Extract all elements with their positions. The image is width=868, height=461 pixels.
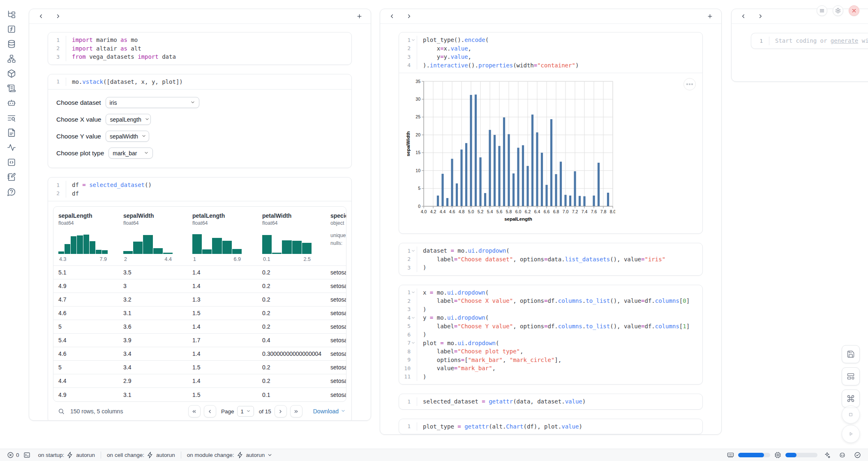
errors-button[interactable]: 0	[5, 452, 21, 459]
database-icon[interactable]	[4, 38, 19, 50]
code-placeholder[interactable]: Start coding or generate with	[769, 37, 868, 45]
column-next-button[interactable]	[755, 12, 765, 21]
fold-toggle-icon[interactable]	[411, 38, 416, 42]
table-search-button[interactable]	[56, 406, 66, 416]
column-prev-button[interactable]	[738, 12, 748, 21]
table-column-header[interactable]: petalWidthfloat640.12.5	[262, 212, 330, 262]
table-column-header[interactable]: speciesobjectunique:nulls:	[330, 212, 346, 262]
histogram-bar	[222, 241, 232, 254]
layout-button[interactable]	[842, 367, 860, 385]
activity-icon[interactable]	[4, 141, 19, 154]
code-lines[interactable]: df = selected_dataset()df	[66, 181, 152, 198]
code-editor[interactable]: 123import marimo as moimport altair as a…	[48, 32, 351, 65]
column-histogram	[192, 232, 242, 254]
package-icon[interactable]	[4, 67, 19, 80]
code-editor[interactable]: 1mo.vstack([dataset, x, y, plot])	[48, 74, 351, 90]
next-page-button[interactable]	[275, 405, 287, 417]
terminal-button[interactable]	[21, 452, 32, 459]
code-editor[interactable]: 1selected_dataset = getattr(data, datase…	[399, 394, 702, 409]
fold-toggle-icon[interactable]	[411, 316, 416, 320]
histogram-bar	[302, 243, 312, 254]
code-lines[interactable]: plot_type = getattr(alt.Chart(df), plot.…	[417, 422, 582, 431]
table-row[interactable]: 5.43.91.70.4setosa	[53, 334, 346, 347]
help-chat-icon[interactable]	[4, 186, 19, 198]
fold-toggle-icon[interactable]	[411, 341, 416, 345]
table-row[interactable]: 53.41.50.2setosa	[53, 361, 346, 374]
code-token: plot	[423, 340, 440, 346]
run-button[interactable]	[842, 425, 860, 443]
code-editor[interactable]: 1plot_type = getattr(alt.Chart(df), plot…	[399, 419, 702, 434]
document-icon[interactable]	[4, 127, 19, 139]
code-lines[interactable]: selected_dataset = getattr(data, dataset…	[417, 397, 586, 406]
table-cell: 3	[123, 283, 192, 289]
code-editor[interactable]: 12df = selected_dataset()df	[48, 177, 351, 201]
table-row[interactable]: 4.93.11.50.1setosa	[53, 388, 346, 401]
connection-status-button[interactable]	[852, 452, 863, 459]
function-square-icon[interactable]	[4, 23, 19, 35]
dropdown-select-3[interactable]: mark_bar	[108, 148, 153, 159]
code-block-icon[interactable]	[4, 156, 19, 168]
table-column-header[interactable]: sepalLengthfloat644.37.9	[58, 212, 123, 262]
altair-chart[interactable]: 4.04.24.44.64.85.05.25.45.65.86.06.26.46…	[405, 79, 702, 227]
run-setting-item[interactable]: on cell change:autorun	[101, 452, 181, 459]
code-lines[interactable]: mo.vstack([dataset, x, y, plot])	[66, 78, 183, 86]
add-cell-button[interactable]	[354, 12, 364, 21]
code-token: (	[485, 37, 489, 43]
table-row[interactable]: 53.61.40.2setosa	[53, 320, 346, 334]
command-button[interactable]	[842, 390, 860, 408]
column-prev-button[interactable]	[36, 12, 46, 21]
app-menu-button[interactable]	[817, 5, 827, 16]
copilot-button[interactable]	[837, 452, 848, 459]
workflow-icon[interactable]	[4, 53, 19, 65]
fold-toggle-icon[interactable]	[411, 249, 416, 253]
table-row[interactable]: 4.63.11.50.2setosa	[53, 307, 346, 320]
code-lines[interactable]: dataset = mo.ui.dropdown( label="Choose …	[417, 247, 665, 272]
file-tree-icon[interactable]	[4, 8, 19, 21]
column-next-button[interactable]	[404, 12, 414, 21]
table-column-header[interactable]: petalLengthfloat6416.9	[192, 212, 262, 262]
code-lines[interactable]: plot_type().encode( x=x.value, y=y.value…	[417, 36, 579, 69]
ai-assistant-button[interactable]	[822, 452, 833, 459]
table-row[interactable]: 4.63.41.40.30000000000000004setosa	[53, 347, 346, 361]
table-row[interactable]: 4.73.21.30.2setosa	[53, 293, 346, 307]
generate-with-ai-link[interactable]: generate	[831, 37, 858, 44]
column-prev-button[interactable]	[387, 12, 397, 21]
code-editor[interactable]: 1Start coding or generate with	[751, 33, 868, 48]
first-page-button[interactable]	[188, 405, 201, 417]
run-setting-item[interactable]: on module change:autorun	[181, 452, 279, 459]
scroll-icon[interactable]	[4, 82, 19, 95]
run-setting-item[interactable]: on startup:autorun	[32, 452, 101, 459]
notebook-edit-icon[interactable]	[4, 171, 19, 183]
fold-toggle-icon[interactable]	[411, 290, 416, 295]
table-column-header[interactable]: sepalWidthfloat6424.4	[123, 212, 192, 262]
settings-button[interactable]	[833, 5, 843, 16]
page-select[interactable]: 1	[237, 406, 254, 417]
add-cell-button[interactable]	[705, 12, 715, 21]
code-editor[interactable]: 123dataset = mo.ui.dropdown( label="Choo…	[399, 243, 702, 275]
save-button[interactable]	[842, 345, 860, 363]
close-button[interactable]	[849, 5, 859, 16]
column-next-button[interactable]	[53, 12, 63, 21]
code-editor[interactable]: 1234567891011x = mo.ui.dropdown( label="…	[399, 285, 702, 385]
code-editor[interactable]: 1234plot_type().encode( x=x.value, y=y.v…	[399, 32, 702, 73]
chart-actions-menu-button[interactable]	[683, 78, 696, 90]
prev-page-button[interactable]	[204, 405, 216, 417]
dropdown-select-0[interactable]: iris	[106, 97, 199, 108]
dropdown-select-2[interactable]: sepalWidth	[106, 131, 149, 142]
list-search-icon[interactable]	[4, 112, 19, 124]
histogram-range: 24.4	[123, 256, 173, 262]
code-token: ,	[468, 53, 471, 60]
download-button[interactable]: Download	[313, 408, 346, 415]
stop-button[interactable]	[842, 406, 860, 424]
column-name: petalWidth	[262, 212, 330, 219]
svg-text:sepalWidth: sepalWidth	[406, 131, 411, 156]
code-lines[interactable]: import marimo as moimport altair as altf…	[66, 36, 176, 61]
table-cell: 0.2	[262, 296, 330, 303]
table-row[interactable]: 5.13.51.40.2setosa	[53, 266, 346, 279]
table-row[interactable]: 4.42.91.40.2setosa	[53, 374, 346, 388]
last-page-button[interactable]	[290, 405, 302, 417]
code-lines[interactable]: x = mo.ui.dropdown( label="Choose X valu…	[417, 288, 690, 381]
table-row[interactable]: 4.931.40.2setosa	[53, 279, 346, 293]
chat-bot-icon[interactable]	[4, 97, 19, 109]
dropdown-select-1[interactable]: sepalLength	[106, 114, 151, 125]
